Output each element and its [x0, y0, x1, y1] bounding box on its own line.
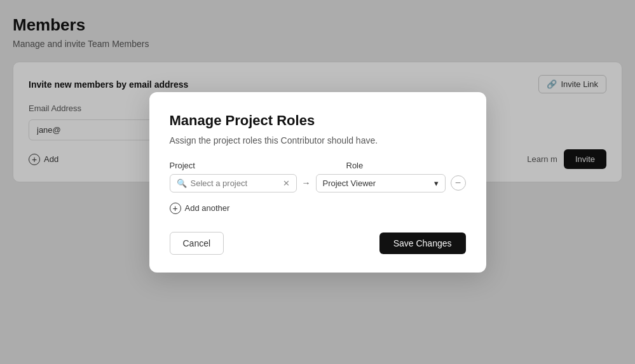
modal-fields-header: Project Role: [170, 161, 466, 170]
modal-title: Manage Project Roles: [170, 112, 466, 129]
save-changes-button[interactable]: Save Changes: [379, 233, 466, 254]
plus-circle-icon: +: [170, 203, 181, 214]
project-search-input[interactable]: [191, 179, 279, 188]
chevron-down-icon: ▾: [434, 179, 439, 188]
modal-footer: Cancel Save Changes: [170, 232, 466, 255]
role-dropdown[interactable]: Project Viewer ▾: [316, 174, 446, 192]
search-icon: 🔍: [177, 179, 187, 188]
remove-role-button[interactable]: −: [451, 175, 466, 191]
add-another-button[interactable]: + Add another: [170, 203, 230, 214]
project-search-box[interactable]: 🔍 ✕: [170, 174, 297, 192]
clear-icon[interactable]: ✕: [283, 179, 290, 188]
modal-description: Assign the project roles this Contributo…: [170, 135, 466, 145]
role-value: Project Viewer: [323, 179, 376, 188]
project-column-label: Project: [170, 161, 297, 170]
cancel-button[interactable]: Cancel: [170, 232, 224, 255]
add-another-label: Add another: [185, 203, 230, 213]
arrow-right-icon: →: [302, 178, 311, 188]
modal-overlay: Manage Project Roles Assign the project …: [0, 0, 635, 364]
manage-project-roles-modal: Manage Project Roles Assign the project …: [149, 92, 486, 273]
role-column-label: Role: [346, 161, 466, 170]
project-role-row: 🔍 ✕ → Project Viewer ▾ −: [170, 174, 466, 192]
